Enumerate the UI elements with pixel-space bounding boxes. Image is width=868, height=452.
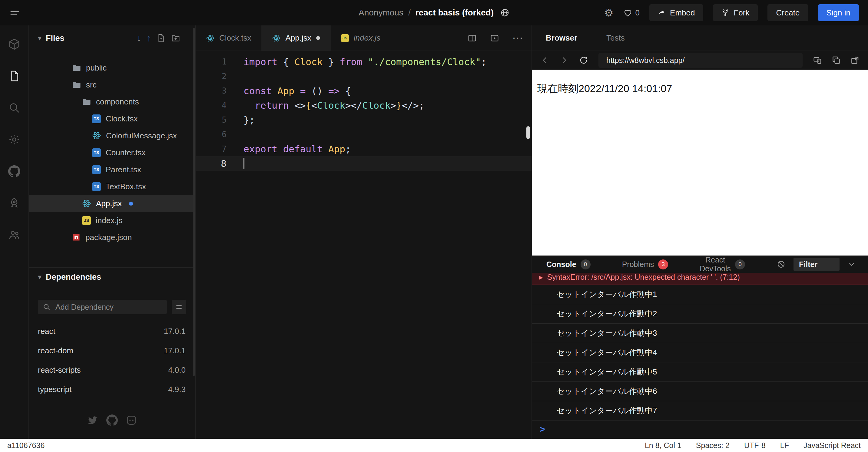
- menu-icon[interactable]: [9, 7, 21, 19]
- like-count: 0: [636, 8, 640, 18]
- console-filter-input[interactable]: [794, 258, 840, 271]
- file-item-Clock.tsx[interactable]: TSClock.tsx: [29, 110, 195, 127]
- code-editor[interactable]: 1import { Clock } from "./components/Clo…: [196, 51, 531, 439]
- console-log-row-2[interactable]: セットインターバル作動中2: [532, 304, 868, 324]
- code-line-8[interactable]: 8: [196, 156, 531, 171]
- dependencies-section: ▾ Dependencies react17.0.1react-dom17.0.…: [29, 267, 195, 439]
- code-line-1[interactable]: 1import { Clock } from "./components/Clo…: [196, 55, 531, 69]
- dependency-version: 17.0.1: [164, 346, 186, 355]
- tab-tests[interactable]: Tests: [606, 33, 625, 43]
- add-dependency-input[interactable]: [38, 300, 167, 314]
- back-icon[interactable]: [540, 56, 549, 65]
- file-item-TextBox.tsx[interactable]: TSTextBox.tsx: [29, 178, 195, 195]
- code-line-6[interactable]: 6: [196, 127, 531, 142]
- open-in-new-window-icon[interactable]: [850, 56, 860, 65]
- editor-scrollbar-thumb[interactable]: [526, 126, 530, 139]
- new-file-icon[interactable]: [157, 34, 166, 43]
- more-options-icon[interactable]: ⋯: [512, 33, 523, 43]
- rocket-icon[interactable]: [8, 197, 20, 209]
- file-item-Parent.tsx[interactable]: TSParent.tsx: [29, 161, 195, 178]
- dependency-react-scripts[interactable]: react-scripts4.0.0: [29, 360, 195, 380]
- dependency-react[interactable]: react17.0.1: [29, 322, 195, 341]
- file-label: src: [86, 80, 97, 90]
- chevron-down-icon[interactable]: [847, 260, 856, 268]
- discord-icon[interactable]: [126, 415, 137, 426]
- tab-browser[interactable]: Browser: [546, 33, 577, 43]
- folder-icon: [72, 63, 81, 72]
- file-item-public[interactable]: public: [29, 59, 195, 76]
- status-cursor-position[interactable]: Ln 8, Col 1: [645, 441, 681, 450]
- search-icon[interactable]: [8, 102, 20, 114]
- code-line-5[interactable]: 5};: [196, 112, 531, 127]
- console-log-row-5[interactable]: セットインターバル作動中5: [532, 362, 868, 382]
- status-encoding[interactable]: UTF-8: [744, 441, 766, 450]
- clear-console-icon[interactable]: [777, 260, 786, 269]
- codesandbox-logo-icon[interactable]: [8, 38, 20, 50]
- file-item-Counter.tsx[interactable]: TSCounter.tsx: [29, 144, 195, 161]
- create-button[interactable]: Create: [768, 4, 808, 21]
- console-input-row[interactable]: >: [532, 421, 868, 438]
- status-indentation[interactable]: Spaces: 2: [696, 441, 730, 450]
- upload-icon[interactable]: ↑: [147, 33, 151, 43]
- responsive-mode-icon[interactable]: [813, 56, 822, 65]
- new-folder-icon[interactable]: [171, 34, 180, 43]
- file-item-index.js[interactable]: JSindex.js: [29, 212, 195, 229]
- console-log-row-1[interactable]: セットインターバル作動中1: [532, 285, 868, 304]
- console-tab-react-devtools[interactable]: React DevTools0: [700, 256, 745, 273]
- file-item-package.json[interactable]: package.json: [29, 229, 195, 246]
- twitter-icon[interactable]: [87, 415, 98, 426]
- editor-tab-Clock.tsx[interactable]: Clock.tsx: [196, 26, 262, 51]
- console-tab-console[interactable]: Console0: [546, 259, 591, 269]
- file-item-src[interactable]: src: [29, 76, 195, 93]
- console-log-row-3[interactable]: セットインターバル作動中3: [532, 324, 868, 343]
- code-line-2[interactable]: 2: [196, 69, 531, 84]
- status-language-mode[interactable]: JavaScript React: [804, 441, 861, 450]
- refresh-icon[interactable]: [579, 56, 588, 65]
- react-icon: [206, 34, 214, 42]
- embed-button[interactable]: Embed: [649, 4, 703, 21]
- console-log-row-7[interactable]: セットインターバル作動中7: [532, 401, 868, 421]
- dependency-react-dom[interactable]: react-dom17.0.1: [29, 341, 195, 360]
- files-header: ▾ Files ↓ ↑: [29, 26, 195, 51]
- community-users-icon[interactable]: [8, 229, 20, 241]
- split-view-icon[interactable]: [467, 33, 477, 43]
- file-item-App.jsx[interactable]: App.jsx: [29, 195, 195, 212]
- github-icon[interactable]: [8, 165, 20, 177]
- open-preview-icon[interactable]: [490, 33, 499, 43]
- console-error-row[interactable]: ▸ SyntaxError: /src/App.jsx: Unexpected …: [532, 273, 868, 285]
- tab-label: Clock.tsx: [219, 33, 251, 43]
- duplicate-window-icon[interactable]: [832, 56, 841, 65]
- code-line-3[interactable]: 3const App = () => {: [196, 84, 531, 98]
- url-input[interactable]: [598, 53, 803, 68]
- settings-gear-icon[interactable]: [8, 133, 20, 146]
- editor-tab-App.jsx[interactable]: App.jsx: [262, 26, 331, 51]
- editor-tab-index.js[interactable]: JSindex.js: [331, 26, 391, 51]
- dependencies-collapse-icon[interactable]: ▾: [38, 273, 41, 281]
- console-log-row-4[interactable]: セットインターバル作動中4: [532, 343, 868, 362]
- forward-icon[interactable]: [560, 56, 569, 65]
- like-button[interactable]: 0: [623, 8, 640, 18]
- github-icon[interactable]: [106, 415, 118, 426]
- dependency-name: react: [38, 327, 55, 336]
- file-explorer-icon[interactable]: [8, 70, 20, 82]
- console-log-row-6[interactable]: セットインターバル作動中6: [532, 382, 868, 401]
- files-collapse-icon[interactable]: ▾: [38, 34, 41, 42]
- code-line-4[interactable]: 4 return <>{<Clock></Clock>}</>;: [196, 98, 531, 112]
- sidebar-scrollbar[interactable]: [193, 28, 195, 376]
- dependencies-header: ▾ Dependencies: [29, 268, 195, 286]
- console-logs: セットインターバル作動中1セットインターバル作動中2セットインターバル作動中3セ…: [532, 285, 868, 421]
- line-number: 5: [196, 112, 244, 127]
- fork-button[interactable]: Fork: [713, 4, 758, 21]
- console-tab-problems[interactable]: Problems3: [622, 259, 669, 269]
- console-actions: [777, 258, 868, 271]
- sandbox-title[interactable]: react basis (forked): [415, 8, 494, 18]
- settings-icon[interactable]: ⚙: [604, 7, 613, 18]
- code-line-7[interactable]: 7export default App;: [196, 142, 531, 156]
- status-eol[interactable]: LF: [780, 441, 789, 450]
- sign-in-button[interactable]: Sign in: [818, 4, 859, 21]
- dependency-menu-icon[interactable]: [172, 300, 186, 314]
- file-item-components[interactable]: components: [29, 93, 195, 110]
- file-item-ColorfulMessage.jsx[interactable]: ColorfulMessage.jsx: [29, 127, 195, 144]
- download-icon[interactable]: ↓: [136, 33, 141, 43]
- dependency-typescript[interactable]: typescript4.9.3: [29, 380, 195, 399]
